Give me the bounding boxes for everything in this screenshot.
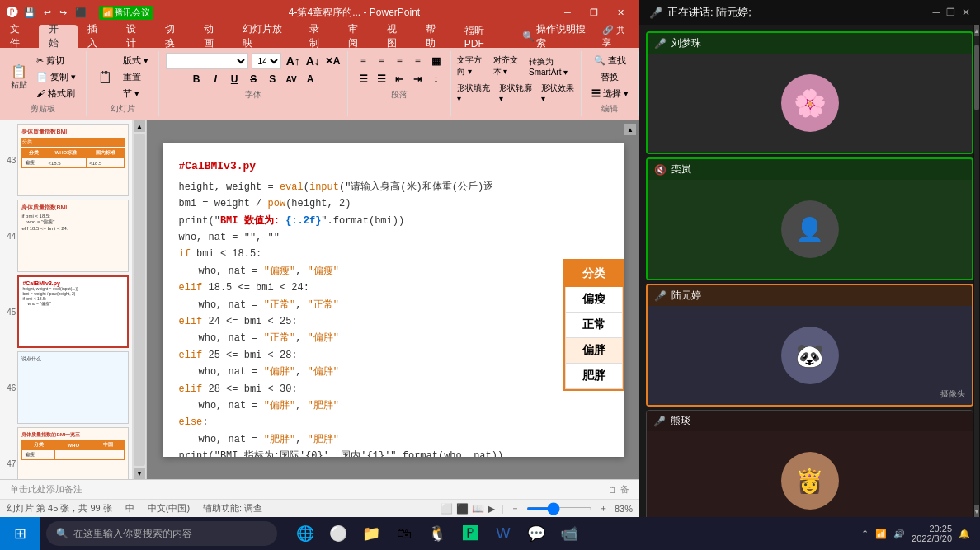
zoom-in-btn[interactable]: ＋ bbox=[599, 502, 608, 515]
quick-undo-icon[interactable]: ↩ bbox=[41, 6, 54, 20]
bold-button[interactable]: B bbox=[188, 71, 205, 87]
smartart-button[interactable]: 转换为 SmartArt ▾ bbox=[526, 54, 577, 78]
align-right-button[interactable]: ≡ bbox=[391, 53, 408, 69]
meeting-scroll-thumb[interactable] bbox=[974, 45, 979, 110]
notes-toggle-icon[interactable]: 🗒 bbox=[608, 485, 617, 495]
meeting-close-btn[interactable]: ✕ bbox=[962, 7, 970, 18]
quick-redo-icon[interactable]: ↪ bbox=[57, 6, 69, 20]
scroll-thumb[interactable] bbox=[134, 134, 145, 466]
tab-file[interactable]: 文件 bbox=[0, 25, 39, 48]
zoom-slider[interactable] bbox=[526, 507, 592, 510]
num-list-button[interactable]: ☰ bbox=[373, 71, 389, 87]
reset-button[interactable]: 重置 bbox=[120, 69, 152, 85]
quick-save-icon[interactable]: 💾 bbox=[21, 6, 38, 20]
taskbar-explorer[interactable]: 📁 bbox=[356, 519, 386, 548]
taskbar-word[interactable]: W bbox=[488, 519, 518, 548]
taskbar-edge[interactable]: 🌐 bbox=[290, 519, 320, 548]
tab-design[interactable]: 设计 bbox=[116, 25, 155, 48]
taskbar-tencent-meeting[interactable]: 📹 bbox=[554, 519, 584, 548]
scroll-up-btn[interactable]: ▲ bbox=[134, 120, 145, 132]
sys-chevron-icon[interactable]: ⌃ bbox=[861, 529, 869, 539]
sys-wifi-icon[interactable]: 📶 bbox=[875, 529, 887, 539]
taskbar-pycharm[interactable]: 🅿 bbox=[455, 519, 485, 548]
strikethrough-button[interactable]: S bbox=[245, 71, 261, 87]
slide-43-thumb[interactable]: 身体质量指数BMI 分类 分类WHO标准国内标准偏瘦<18.5<18.5 bbox=[17, 124, 129, 196]
taskbar-qq[interactable]: 🐧 bbox=[422, 519, 452, 548]
view-browse-icon[interactable]: ⬛ bbox=[456, 503, 469, 515]
taskbar-wechat[interactable]: 💬 bbox=[521, 519, 551, 548]
italic-button[interactable]: I bbox=[207, 71, 224, 87]
tab-foxitpdf[interactable]: 福昕PDF bbox=[455, 25, 512, 48]
cut-button[interactable]: ✂ 剪切 bbox=[33, 53, 79, 68]
time-display[interactable]: 20:25 2022/3/20 bbox=[912, 524, 952, 543]
increase-font-button[interactable]: A↑ bbox=[285, 53, 301, 69]
canvas-scroll-up[interactable]: ▲ bbox=[624, 124, 636, 135]
font-name-select[interactable] bbox=[166, 53, 248, 69]
replace-button[interactable]: 替换 bbox=[597, 69, 622, 85]
meeting-scroll-down[interactable]: ▼ bbox=[974, 505, 979, 517]
decrease-font-button[interactable]: A↓ bbox=[304, 53, 321, 69]
tab-slideshow[interactable]: 幻灯片放映 bbox=[233, 25, 299, 48]
meeting-minimize-btn[interactable]: ─ bbox=[932, 7, 940, 18]
close-button[interactable]: ✕ bbox=[608, 3, 633, 21]
tab-transition[interactable]: 切换 bbox=[155, 25, 194, 48]
indent-decrease-button[interactable]: ⇤ bbox=[391, 71, 408, 87]
notes-area[interactable]: 单击此处添加备注 🗒 备 bbox=[0, 479, 639, 499]
slide-47-thumb[interactable]: 身体质量指数的BMI一览三 分类WHO中国偏瘦 bbox=[17, 427, 129, 479]
zoom-out-btn[interactable]: － bbox=[511, 502, 520, 515]
scroll-down-btn[interactable]: ▼ bbox=[134, 468, 145, 479]
align-left-button[interactable]: ≡ bbox=[355, 53, 371, 69]
align-text-button[interactable]: 对齐文本 ▾ bbox=[491, 53, 523, 79]
clear-format-button[interactable]: ✕A bbox=[324, 53, 341, 69]
slide-44-thumb[interactable]: 身体质量指数BMI if bmi < 18.5: who = "偏瘦" elif… bbox=[17, 200, 129, 272]
tab-search[interactable]: 🔍操作说明搜索 bbox=[512, 25, 602, 48]
underline-button[interactable]: U bbox=[226, 71, 243, 87]
section-button[interactable]: 节 ▾ bbox=[120, 86, 152, 101]
text-direction-button[interactable]: 文字方向 ▾ bbox=[455, 53, 487, 79]
format-painter-button[interactable]: 🖌 格式刷 bbox=[33, 86, 79, 101]
tab-record[interactable]: 录制 bbox=[299, 25, 338, 48]
layout-button[interactable]: 版式 ▾ bbox=[120, 53, 152, 68]
find-button[interactable]: 🔍 查找 bbox=[591, 53, 629, 68]
meeting-scroll-up[interactable]: ▲ bbox=[974, 25, 979, 36]
sys-sound-icon[interactable]: 🔊 bbox=[893, 529, 905, 539]
minimize-button[interactable]: ─ bbox=[555, 3, 580, 21]
share-button[interactable]: 🔗 共享 bbox=[602, 24, 633, 49]
notifications-icon[interactable]: 🔔 bbox=[959, 529, 970, 539]
restore-button[interactable]: ❐ bbox=[582, 3, 606, 21]
tab-home[interactable]: 开始 bbox=[39, 25, 78, 48]
shape-outline-button[interactable]: 形状轮廓 ▾ bbox=[497, 81, 535, 105]
copy-button[interactable]: 📄 复制 ▾ bbox=[33, 69, 79, 85]
spacing-button[interactable]: AV bbox=[283, 71, 299, 87]
align-center-button[interactable]: ≡ bbox=[373, 53, 389, 69]
slide-panel-scrollbar[interactable]: ▲ ▼ bbox=[133, 120, 146, 479]
slide-46-thumb[interactable]: 说点什么... bbox=[17, 351, 129, 424]
select-button[interactable]: ☰ 选择 ▾ bbox=[588, 86, 632, 101]
font-size-select[interactable]: 14 bbox=[252, 53, 281, 69]
indent-increase-button[interactable]: ⇥ bbox=[409, 71, 426, 87]
tab-animation[interactable]: 动画 bbox=[194, 25, 233, 48]
slide-45-thumb[interactable]: #CalBMIv3.py height, weight = eval(input… bbox=[17, 275, 129, 348]
tab-insert[interactable]: 插入 bbox=[78, 25, 116, 48]
line-spacing-button[interactable]: ↕ bbox=[427, 71, 444, 87]
new-slide-button[interactable]: 🗒 bbox=[93, 66, 118, 89]
align-justify-button[interactable]: ≡ bbox=[409, 53, 426, 69]
tab-view[interactable]: 视图 bbox=[377, 25, 416, 48]
tab-review[interactable]: 审阅 bbox=[338, 25, 377, 48]
view-reading-icon[interactable]: 📖 bbox=[472, 503, 484, 515]
meeting-restore-btn[interactable]: ❐ bbox=[946, 7, 955, 18]
tab-help[interactable]: 帮助 bbox=[416, 25, 455, 48]
font-color-button[interactable]: A bbox=[302, 71, 318, 87]
view-normal-icon[interactable]: ⬜ bbox=[441, 503, 453, 515]
search-bar[interactable]: 🔍 在这里输入你要搜索的内容 bbox=[46, 521, 277, 546]
start-button[interactable]: ⊞ bbox=[0, 517, 40, 550]
list-button[interactable]: ☰ bbox=[355, 71, 371, 87]
shadow-button[interactable]: S bbox=[264, 71, 280, 87]
quick-more-icon[interactable]: ⬛ bbox=[73, 6, 89, 20]
taskbar-store[interactable]: 🛍 bbox=[389, 519, 419, 548]
paste-button[interactable]: 📋 粘贴 bbox=[7, 62, 31, 92]
shape-effect-button[interactable]: 形状效果 ▾ bbox=[539, 81, 577, 105]
view-slideshow-icon[interactable]: ▶ bbox=[488, 503, 495, 515]
columns-button[interactable]: ▦ bbox=[427, 53, 444, 69]
shape-fill-button[interactable]: 形状填充 ▾ bbox=[455, 81, 493, 105]
